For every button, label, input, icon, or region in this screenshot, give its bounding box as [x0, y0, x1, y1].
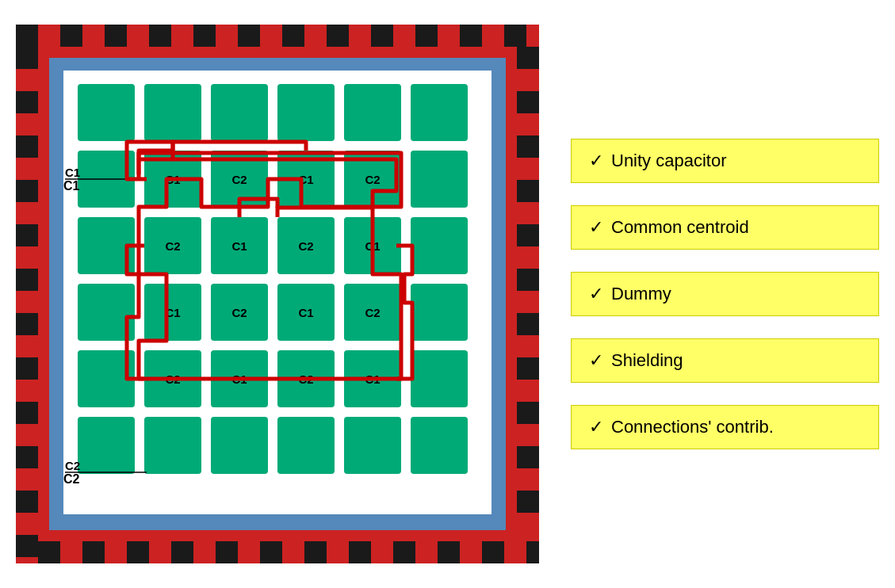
svg-rect-36	[16, 491, 38, 513]
svg-rect-29	[16, 180, 38, 202]
svg-rect-11	[415, 25, 438, 47]
legend-label-shielding: Shielding	[611, 350, 683, 371]
svg-rect-70	[411, 350, 468, 407]
svg-rect-52	[144, 84, 201, 141]
svg-rect-3	[60, 25, 82, 47]
svg-text:C2: C2	[165, 239, 180, 253]
svg-rect-34	[16, 402, 38, 424]
svg-rect-32	[16, 313, 38, 335]
svg-rect-69	[411, 284, 468, 341]
svg-rect-18	[216, 541, 238, 563]
svg-text:C2: C2	[365, 173, 380, 186]
svg-rect-24	[482, 541, 504, 563]
svg-rect-55	[344, 84, 401, 141]
legend-panel: ✓ Unity capacitor ✓ Common centroid ✓ Du…	[571, 139, 879, 449]
svg-rect-22	[393, 541, 415, 563]
svg-rect-15	[82, 541, 105, 563]
svg-rect-67	[411, 151, 468, 208]
svg-rect-19	[260, 541, 282, 563]
svg-rect-23	[438, 541, 460, 563]
checkmark-connections: ✓	[589, 417, 603, 437]
svg-rect-8	[282, 25, 304, 47]
legend-label-common-centroid: Common centroid	[611, 217, 749, 238]
svg-rect-68	[411, 217, 468, 274]
svg-rect-37	[16, 535, 38, 557]
svg-rect-39	[517, 91, 539, 113]
svg-rect-44	[517, 313, 539, 335]
chip-svg: C1 C2 C1 C2 C2 C1 C2 C1 C1 C2 C1 C2	[16, 25, 539, 563]
checkmark-dummy: ✓	[589, 284, 603, 304]
svg-rect-60	[277, 417, 335, 474]
svg-text:C2: C2	[365, 306, 380, 319]
svg-rect-30	[16, 224, 38, 246]
svg-rect-47	[517, 446, 539, 468]
svg-rect-40	[517, 136, 539, 158]
svg-rect-5	[149, 25, 171, 47]
svg-text:C2: C2	[65, 459, 80, 472]
checkmark-common-centroid: ✓	[589, 217, 603, 238]
svg-rect-48	[517, 491, 539, 513]
svg-rect-2	[16, 25, 38, 47]
svg-text:C1: C1	[231, 239, 247, 253]
svg-rect-56	[411, 84, 468, 141]
svg-rect-21	[349, 541, 371, 563]
svg-rect-38	[517, 47, 539, 69]
svg-rect-53	[211, 84, 268, 141]
legend-label-connections: Connections' contrib.	[611, 417, 774, 437]
svg-rect-16	[127, 541, 149, 563]
legend-item-shielding: ✓ Shielding	[571, 338, 879, 383]
svg-rect-28	[16, 136, 38, 158]
svg-rect-14	[38, 541, 60, 563]
svg-rect-27	[16, 91, 38, 113]
svg-rect-51	[78, 84, 135, 141]
svg-rect-6	[193, 25, 216, 47]
svg-rect-35	[16, 446, 38, 468]
svg-rect-46	[517, 402, 539, 424]
legend-item-common-centroid: ✓ Common centroid	[571, 205, 879, 250]
svg-text:C1: C1	[65, 166, 80, 179]
svg-rect-13	[504, 25, 526, 47]
svg-text:C1: C1	[298, 306, 313, 319]
svg-rect-43	[517, 269, 539, 291]
svg-rect-42	[517, 224, 539, 246]
svg-text:C2: C2	[231, 306, 247, 319]
svg-text:C2: C2	[231, 173, 247, 186]
checkmark-unity: ✓	[589, 151, 603, 171]
svg-rect-10	[371, 25, 393, 47]
legend-item-dummy: ✓ Dummy	[571, 272, 879, 316]
svg-rect-17	[171, 541, 193, 563]
svg-rect-61	[344, 417, 401, 474]
svg-rect-9	[327, 25, 349, 47]
svg-rect-26	[16, 47, 38, 69]
svg-rect-4	[105, 25, 127, 47]
c1-label: C1	[63, 179, 79, 193]
svg-rect-62	[411, 417, 468, 474]
svg-rect-58	[144, 417, 201, 474]
svg-rect-31	[16, 269, 38, 291]
svg-rect-54	[277, 84, 335, 141]
chip-diagram: /* generated via JS below */	[16, 25, 539, 563]
checkmark-shielding: ✓	[589, 350, 603, 371]
legend-label-dummy: Dummy	[611, 284, 671, 304]
legend-label-unity: Unity capacitor	[611, 151, 727, 171]
svg-rect-25	[526, 541, 539, 563]
svg-text:C2: C2	[298, 239, 313, 253]
svg-rect-7	[238, 25, 260, 47]
svg-rect-20	[304, 541, 327, 563]
legend-item-unity: ✓ Unity capacitor	[571, 139, 879, 183]
svg-rect-57	[78, 417, 135, 474]
svg-rect-41	[517, 180, 539, 202]
legend-item-connections: ✓ Connections' contrib.	[571, 405, 879, 449]
main-container: /* generated via JS below */	[16, 25, 879, 563]
c2-label: C2	[63, 472, 79, 487]
svg-rect-59	[211, 417, 268, 474]
svg-rect-33	[16, 357, 38, 380]
svg-rect-12	[460, 25, 482, 47]
svg-rect-45	[517, 357, 539, 380]
